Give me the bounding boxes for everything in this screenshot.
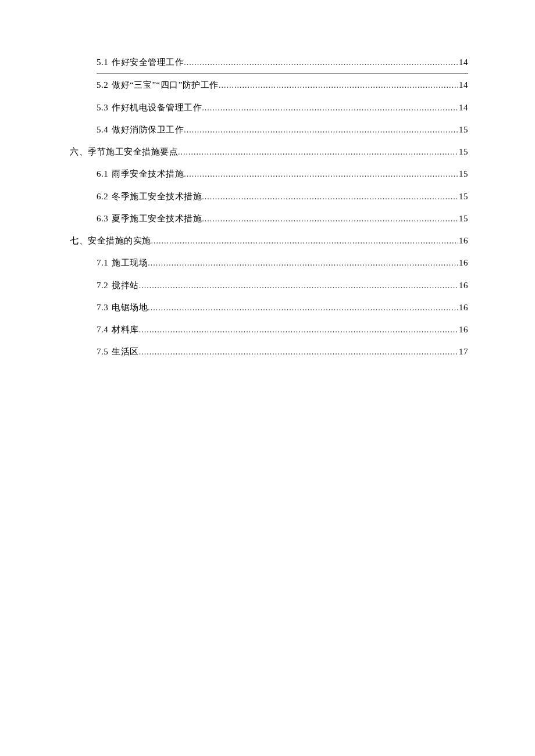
toc-entry-title: 作好安全管理工作 bbox=[112, 51, 184, 73]
toc-entry-number: 5.2 bbox=[97, 74, 108, 96]
toc-entry-page: 15 bbox=[458, 207, 468, 230]
toc-entry: 5.4做好消防保卫工作.............................… bbox=[97, 119, 468, 141]
toc-entry-page: 16 bbox=[458, 230, 468, 252]
toc-entry-number: 六、 bbox=[70, 141, 88, 163]
toc-dots: ........................................… bbox=[148, 253, 458, 274]
toc-entry-title: 做好消防保卫工作 bbox=[112, 119, 184, 141]
toc-entry-page: 14 bbox=[458, 74, 468, 96]
toc-dots: ........................................… bbox=[202, 187, 458, 207]
toc-entry-title: 生活区 bbox=[112, 341, 139, 363]
toc-entry-title: 搅拌站 bbox=[112, 274, 139, 296]
toc-entry: 7.2搅拌站..................................… bbox=[97, 274, 468, 296]
toc-dots: ........................................… bbox=[184, 120, 458, 141]
toc-entry-number: 七、 bbox=[70, 230, 88, 252]
toc-entry-number: 6.2 bbox=[97, 185, 108, 207]
toc-entry-page: 16 bbox=[458, 296, 468, 318]
toc-entry: 6.3夏季施工安全技术措施...........................… bbox=[97, 207, 468, 230]
toc-entry-page: 15 bbox=[458, 119, 468, 141]
toc-entry-page: 16 bbox=[458, 274, 468, 296]
toc-entry-number: 5.4 bbox=[97, 119, 108, 141]
toc-dots: ........................................… bbox=[184, 52, 458, 73]
toc-dots: ........................................… bbox=[219, 75, 458, 96]
toc-entry-page: 15 bbox=[458, 163, 468, 185]
toc-entry: 7.5生活区..................................… bbox=[97, 341, 468, 363]
toc-entry-number: 6.3 bbox=[97, 207, 108, 230]
toc-entry: 6.2冬季施工安全技术措施...........................… bbox=[97, 185, 468, 207]
toc-dots: ........................................… bbox=[151, 231, 459, 252]
toc-entry-title: 冬季施工安全技术措施 bbox=[112, 185, 202, 207]
toc-entry-page: 14 bbox=[458, 51, 468, 73]
toc-dots: ........................................… bbox=[178, 142, 458, 163]
toc-entry-title: 雨季安全技术措施 bbox=[112, 163, 184, 185]
toc-entry-number: 7.3 bbox=[97, 296, 108, 318]
toc-dots: ........................................… bbox=[148, 298, 458, 318]
toc-entry-number: 7.2 bbox=[97, 274, 108, 296]
toc-entry-page: 14 bbox=[458, 96, 468, 119]
toc-entry-title: 做好“三宝”“四口”防护工作 bbox=[112, 74, 219, 96]
toc-entry-title: 材料库 bbox=[112, 318, 139, 341]
toc-entry-page: 15 bbox=[458, 185, 468, 207]
toc-entry: 7.1施工现场.................................… bbox=[97, 252, 468, 274]
table-of-contents: 5.1作好安全管理工作.............................… bbox=[70, 51, 468, 363]
toc-entry: 5.2做好“三宝”“四口”防护工作.......................… bbox=[97, 74, 468, 96]
toc-entry-title: 季节施工安全措施要点 bbox=[88, 141, 178, 163]
toc-entry-page: 16 bbox=[458, 318, 468, 341]
toc-entry: 7.3电锯场地.................................… bbox=[97, 296, 468, 318]
toc-entry: 5.3作好机电设备管理工作...........................… bbox=[97, 96, 468, 119]
toc-entry-number: 7.5 bbox=[97, 341, 108, 363]
toc-dots: ........................................… bbox=[184, 164, 458, 185]
toc-entry-title: 夏季施工安全技术措施 bbox=[112, 207, 202, 230]
toc-entry: 6.1雨季安全技术措施.............................… bbox=[97, 163, 468, 185]
toc-entry: 5.1作好安全管理工作.............................… bbox=[97, 51, 468, 74]
toc-dots: ........................................… bbox=[139, 342, 458, 363]
toc-entry-number: 7.1 bbox=[97, 252, 108, 274]
toc-entry-number: 6.1 bbox=[97, 163, 108, 185]
toc-entry-number: 7.4 bbox=[97, 318, 108, 341]
toc-entry: 六、季节施工安全措施要点............................… bbox=[70, 141, 468, 163]
toc-entry-title: 施工现场 bbox=[112, 252, 148, 274]
toc-entry-number: 5.3 bbox=[97, 96, 108, 119]
toc-dots: ........................................… bbox=[139, 320, 458, 341]
toc-entry: 7.4材料库..................................… bbox=[97, 318, 468, 341]
toc-entry-page: 15 bbox=[458, 141, 468, 163]
toc-entry-title: 电锯场地 bbox=[112, 296, 148, 318]
toc-entry-title: 安全措施的实施 bbox=[88, 230, 151, 252]
toc-dots: ........................................… bbox=[139, 275, 458, 296]
toc-entry-page: 17 bbox=[458, 341, 468, 363]
toc-dots: ........................................… bbox=[202, 209, 458, 230]
toc-entry-title: 作好机电设备管理工作 bbox=[112, 96, 202, 119]
toc-entry-number: 5.1 bbox=[97, 51, 108, 73]
toc-dots: ........................................… bbox=[202, 98, 458, 119]
toc-entry: 七、安全措施的实施...............................… bbox=[70, 230, 468, 252]
toc-entry-page: 16 bbox=[458, 252, 468, 274]
